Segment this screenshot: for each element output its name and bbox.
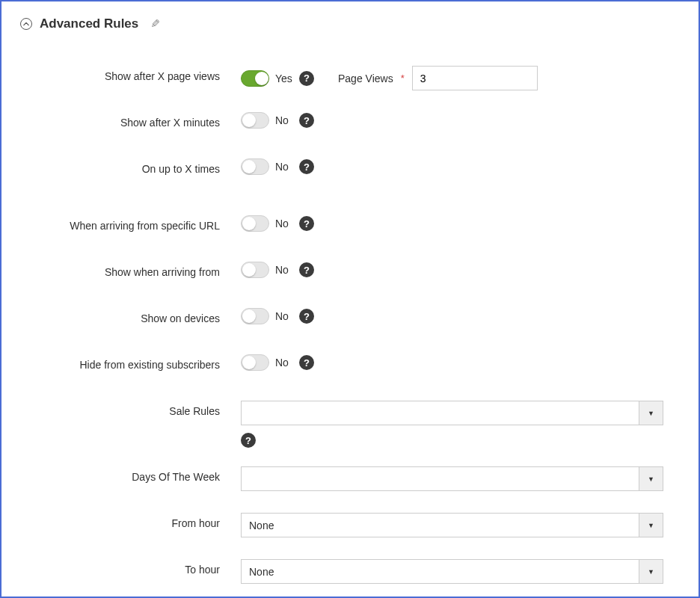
chevron-up-icon[interactable] (20, 18, 32, 30)
fromhour-label: From hour (20, 513, 241, 529)
row-days: Days Of The Week ▼ (20, 466, 680, 513)
advanced-rules-panel: Advanced Rules ✎ Show after X page views… (0, 0, 700, 598)
days-controls: ▼ (241, 466, 663, 491)
days-label: Days Of The Week (20, 466, 241, 483)
chevron-down-icon[interactable]: ▼ (639, 466, 663, 491)
help-icon[interactable]: ? (299, 309, 314, 324)
row-fromhour: From hour None ▼ (20, 513, 680, 559)
row-times: On up to X times No ? (20, 158, 680, 205)
arriving-controls: No ? (241, 262, 314, 278)
row-arriving: Show when arriving from No ? (20, 262, 680, 308)
days-select[interactable]: ▼ (241, 466, 663, 491)
days-select-field[interactable] (241, 466, 639, 491)
fromurl-controls: No ? (241, 215, 314, 232)
required-star: * (401, 73, 405, 84)
help-icon[interactable]: ? (299, 216, 314, 231)
hidesubs-controls: No ? (241, 354, 314, 371)
help-icon[interactable]: ? (299, 262, 314, 277)
help-icon[interactable]: ? (299, 71, 314, 86)
section-title: Advanced Rules (40, 16, 138, 31)
help-icon[interactable]: ? (299, 159, 314, 174)
pageviews-controls: Yes ? Page Views * (241, 66, 538, 90)
help-icon[interactable]: ? (299, 113, 314, 128)
devices-label: Show on devices (20, 308, 241, 324)
fromurl-toggle[interactable] (241, 215, 269, 232)
times-controls: No ? (241, 158, 314, 175)
salerules-help-row: ? (241, 433, 663, 448)
hidesubs-label: Hide from existing subscribers (20, 354, 241, 371)
row-salerules: Sale Rules ▼ ? (20, 401, 680, 466)
pageviews-field-group: Page Views * (338, 66, 538, 90)
tohour-label: To hour (20, 559, 241, 576)
salerules-label: Sale Rules (20, 401, 241, 417)
fromurl-toggle-label: No (275, 218, 293, 229)
times-toggle-label: No (275, 161, 293, 173)
fromurl-label: When arriving from specific URL (20, 215, 241, 232)
minutes-toggle-label: No (275, 114, 293, 126)
fromhour-controls: None ▼ (241, 513, 663, 537)
salerules-select[interactable]: ▼ (241, 401, 663, 425)
minutes-toggle[interactable] (241, 112, 269, 129)
minutes-label: Show after X minutes (20, 112, 241, 129)
pageviews-toggle-label: Yes (275, 73, 293, 84)
section-header: Advanced Rules ✎ (20, 16, 680, 31)
pageviews-label: Show after X page views (20, 66, 241, 82)
pageviews-toggle[interactable] (241, 70, 269, 87)
hidesubs-toggle[interactable] (241, 354, 269, 371)
form-rows: Show after X page views Yes ? Page Views… (20, 66, 680, 589)
fromhour-select[interactable]: None ▼ (241, 513, 663, 537)
row-fromurl: When arriving from specific URL No ? (20, 215, 680, 262)
pageviews-field-label: Page Views (338, 73, 393, 84)
devices-controls: No ? (241, 308, 314, 324)
row-pageviews: Show after X page views Yes ? Page Views… (20, 66, 680, 112)
pencil-icon[interactable]: ✎ (150, 17, 160, 31)
salerules-select-field[interactable] (241, 401, 639, 425)
row-devices: Show on devices No ? (20, 308, 680, 354)
tohour-select-field[interactable]: None (241, 559, 639, 584)
chevron-down-icon[interactable]: ▼ (639, 513, 663, 537)
times-label: On up to X times (20, 158, 241, 175)
help-icon[interactable]: ? (299, 355, 314, 370)
row-minutes: Show after X minutes No ? (20, 112, 680, 158)
chevron-down-icon[interactable]: ▼ (639, 559, 663, 584)
tohour-controls: None ▼ (241, 559, 663, 584)
devices-toggle-label: No (275, 310, 293, 322)
row-tohour: To hour None ▼ (20, 559, 680, 589)
help-icon[interactable]: ? (241, 433, 256, 448)
fromhour-select-field[interactable]: None (241, 513, 639, 537)
row-hidesubs: Hide from existing subscribers No ? (20, 354, 680, 401)
arriving-toggle[interactable] (241, 262, 269, 278)
arriving-toggle-label: No (275, 264, 293, 276)
chevron-down-icon[interactable]: ▼ (639, 401, 663, 425)
minutes-controls: No ? (241, 112, 314, 129)
hidesubs-toggle-label: No (275, 357, 293, 369)
times-toggle[interactable] (241, 158, 269, 175)
salerules-controls: ▼ ? (241, 401, 663, 448)
devices-toggle[interactable] (241, 308, 269, 324)
arriving-label: Show when arriving from (20, 262, 241, 278)
tohour-select[interactable]: None ▼ (241, 559, 663, 584)
pageviews-input[interactable] (412, 66, 538, 90)
